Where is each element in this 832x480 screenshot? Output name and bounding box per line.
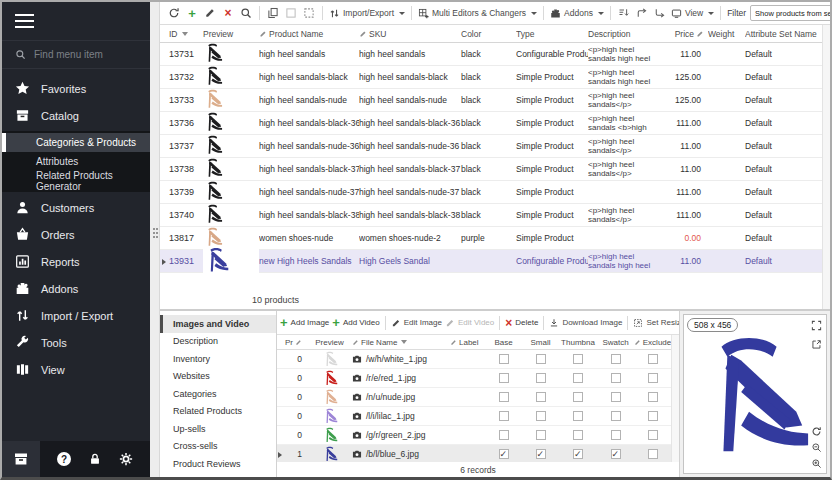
- column-header-preview[interactable]: Preview: [203, 29, 259, 39]
- product-row[interactable]: 13736 high heel sandals-black-36 high he…: [160, 112, 822, 135]
- fit-to-screen-button[interactable]: [811, 320, 822, 331]
- column-header-attribute-set[interactable]: Attribute Set Name: [745, 29, 822, 39]
- sidebar-item-tools[interactable]: Tools: [2, 329, 150, 356]
- expand-all-button[interactable]: [635, 6, 649, 20]
- filter-select[interactable]: Show products from selected categories: [750, 5, 830, 21]
- rotate-button[interactable]: [811, 426, 822, 437]
- image-row[interactable]: 0 /g/r/green_2.jpg: [277, 426, 671, 445]
- multi-editors-dropdown[interactable]: Multi Editors & Changers: [418, 8, 537, 19]
- column-header-preview[interactable]: Preview: [307, 338, 352, 347]
- column-header-weight[interactable]: Weight: [708, 29, 745, 39]
- sort-az-button[interactable]: [617, 6, 631, 20]
- sidebar-item-reports[interactable]: Reports: [2, 248, 150, 275]
- product-row[interactable]: 13731 high heel sandals high heel sandal…: [160, 43, 822, 66]
- base-checkbox[interactable]: [499, 449, 509, 459]
- detail-tab[interactable]: Images and Video: [160, 315, 276, 333]
- set-resize-rule-button[interactable]: Set Resize Rule: [633, 318, 679, 328]
- column-header-exclude[interactable]: Exclude: [634, 338, 671, 347]
- column-header-product-name[interactable]: Product Name: [259, 29, 359, 39]
- column-header-sku[interactable]: SKU: [359, 29, 461, 39]
- refresh-button[interactable]: [167, 6, 181, 20]
- detail-tab[interactable]: Up-sells: [160, 420, 276, 438]
- column-header-description[interactable]: Description: [588, 29, 668, 39]
- product-row[interactable]: 13739 high heel sandals-nude-37 high hee…: [160, 181, 822, 204]
- detail-tab[interactable]: Categories: [160, 385, 276, 403]
- base-checkbox[interactable]: [499, 411, 509, 421]
- product-row[interactable]: 13732 high heel sandals-black high heel …: [160, 66, 822, 89]
- exclude-checkbox[interactable]: [648, 354, 658, 364]
- image-row[interactable]: 0 /r/e/red_1.jpg: [277, 369, 671, 388]
- image-row[interactable]: 1 /b/l/blue_6.jpg: [277, 445, 671, 462]
- base-checkbox[interactable]: [499, 430, 509, 440]
- edit-video-button[interactable]: Edit Video: [445, 318, 494, 328]
- column-header-label[interactable]: Label: [450, 338, 485, 347]
- sidebar-item-orders[interactable]: Orders: [2, 221, 150, 248]
- base-checkbox[interactable]: [499, 392, 509, 402]
- thumbnail-checkbox[interactable]: [573, 373, 583, 383]
- zoom-out-button[interactable]: [811, 442, 822, 453]
- sidebar-splitter[interactable]: [150, 2, 160, 477]
- products-scrollbar[interactable]: [822, 25, 830, 309]
- product-row[interactable]: 13738 high heel sandals-black-37 high he…: [160, 158, 822, 181]
- product-row[interactable]: 13817 women shoes-nude women shoes-nude-…: [160, 227, 822, 250]
- lock-button[interactable]: [88, 452, 102, 466]
- search-products-button[interactable]: [239, 6, 253, 20]
- detail-tab[interactable]: Related Products: [160, 403, 276, 421]
- image-row[interactable]: 0 /n/u/nude.jpg: [277, 388, 671, 407]
- column-header-file-name[interactable]: File Name: [352, 338, 450, 347]
- detail-tab[interactable]: Cross-sells: [160, 438, 276, 456]
- thumbnail-checkbox[interactable]: [573, 430, 583, 440]
- sidebar-item-catalog[interactable]: Catalog: [2, 102, 150, 129]
- detail-tab[interactable]: Product Reviews: [160, 455, 276, 473]
- menu-toggle-button[interactable]: [2, 2, 150, 40]
- column-header-position[interactable]: Pr: [285, 338, 307, 347]
- small-checkbox[interactable]: [536, 430, 546, 440]
- swatch-checkbox[interactable]: [611, 449, 621, 459]
- select-special-button[interactable]: [302, 6, 316, 20]
- detail-tab[interactable]: Description: [160, 333, 276, 351]
- small-checkbox[interactable]: [536, 373, 546, 383]
- column-header-small[interactable]: Small: [522, 338, 559, 347]
- small-checkbox[interactable]: [536, 392, 546, 402]
- swatch-checkbox[interactable]: [611, 373, 621, 383]
- base-checkbox[interactable]: [499, 373, 509, 383]
- exclude-checkbox[interactable]: [648, 430, 658, 440]
- column-header-color[interactable]: Color: [461, 29, 516, 39]
- help-button[interactable]: ?: [57, 452, 71, 466]
- edit-product-button[interactable]: [203, 6, 217, 20]
- detail-tab[interactable]: Inventory: [160, 350, 276, 368]
- edit-image-button[interactable]: Edit Image: [391, 318, 442, 328]
- settings-gear-button[interactable]: [119, 452, 133, 466]
- small-checkbox[interactable]: [536, 354, 546, 364]
- menu-search-input[interactable]: Find menu item: [2, 40, 150, 69]
- thumbnail-checkbox[interactable]: [573, 449, 583, 459]
- exclude-checkbox[interactable]: [648, 392, 658, 402]
- base-checkbox[interactable]: [499, 354, 509, 364]
- image-row[interactable]: 0 /l/i/lilac_1.jpg: [277, 407, 671, 426]
- add-product-button[interactable]: +: [185, 6, 199, 20]
- swatch-checkbox[interactable]: [611, 411, 621, 421]
- column-header-type[interactable]: Type: [516, 29, 588, 39]
- sidebar-subitem[interactable]: Related Products Generator: [2, 171, 150, 190]
- exclude-checkbox[interactable]: [648, 373, 658, 383]
- collapse-all-button[interactable]: [653, 6, 667, 20]
- sidebar-subitem[interactable]: Attributes: [2, 152, 150, 171]
- product-row[interactable]: 13931 new High Heels Sandals High Geels …: [160, 250, 822, 273]
- swatch-checkbox[interactable]: [611, 354, 621, 364]
- sidebar-subitem[interactable]: Categories & Products: [2, 133, 150, 152]
- product-row[interactable]: 13740 high heel sandals-black-38 high he…: [160, 204, 822, 227]
- column-header-swatch[interactable]: Swatch: [597, 338, 634, 347]
- sidebar-item-customers[interactable]: Customers: [2, 194, 150, 221]
- sidebar-item-favorites[interactable]: Favorites: [2, 75, 150, 102]
- column-header-thumbnail[interactable]: Thumbna: [559, 338, 597, 347]
- zoom-in-button[interactable]: [811, 458, 822, 469]
- add-video-button[interactable]: +Add Video: [332, 316, 379, 329]
- copy-button[interactable]: [266, 6, 280, 20]
- open-external-button[interactable]: [811, 339, 822, 350]
- sidebar-item-view[interactable]: View: [2, 356, 150, 383]
- column-header-price[interactable]: Price: [668, 29, 708, 39]
- swatch-checkbox[interactable]: [611, 392, 621, 402]
- swatch-checkbox[interactable]: [611, 430, 621, 440]
- sidebar-item-import-export[interactable]: Import / Export: [2, 302, 150, 329]
- sidebar-item-addons[interactable]: Addons: [2, 275, 150, 302]
